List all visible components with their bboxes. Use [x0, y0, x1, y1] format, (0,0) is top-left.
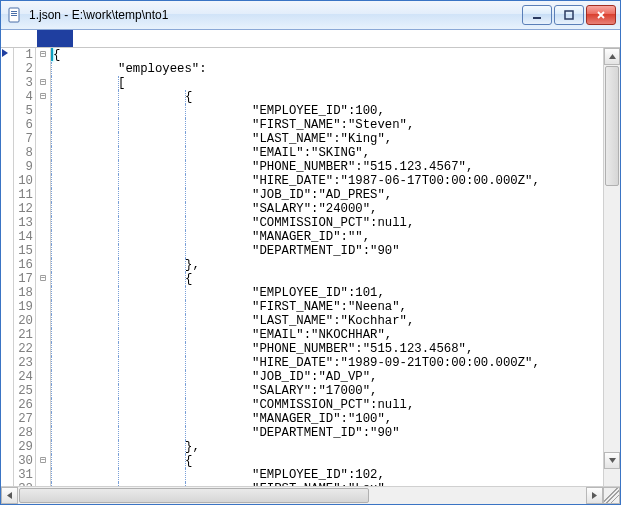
- line-number[interactable]: 29: [14, 440, 33, 454]
- code-line[interactable]: "HIRE_DATE":"1989-09-21T00:00:00.000Z",: [51, 356, 603, 370]
- code-line[interactable]: {: [51, 90, 603, 104]
- line-number[interactable]: 11: [14, 188, 33, 202]
- fold-toggle-icon[interactable]: ⊟: [36, 272, 50, 286]
- line-number[interactable]: 12: [14, 202, 33, 216]
- bookmark-margin[interactable]: [1, 48, 14, 486]
- line-number[interactable]: 19: [14, 300, 33, 314]
- code-line[interactable]: "PHONE_NUMBER":"515.123.4568",: [51, 342, 603, 356]
- line-number[interactable]: 24: [14, 370, 33, 384]
- line-number[interactable]: 8: [14, 146, 33, 160]
- code-line[interactable]: "FIRST_NAME":"Steven",: [51, 118, 603, 132]
- code-line[interactable]: "EMPLOYEE_ID":102,: [51, 468, 603, 482]
- line-number[interactable]: 26: [14, 398, 33, 412]
- code-line[interactable]: "MANAGER_ID":"",: [51, 230, 603, 244]
- code-line[interactable]: "JOB_ID":"AD_PRES",: [51, 188, 603, 202]
- line-number[interactable]: 10: [14, 174, 33, 188]
- code-line[interactable]: "DEPARTMENT_ID":"90": [51, 426, 603, 440]
- line-number[interactable]: 1: [14, 48, 33, 62]
- line-number[interactable]: 21: [14, 328, 33, 342]
- line-number[interactable]: 23: [14, 356, 33, 370]
- line-number[interactable]: 22: [14, 342, 33, 356]
- line-number[interactable]: 4: [14, 90, 33, 104]
- code-text: "LAST_NAME":"Kochhar",: [51, 314, 414, 328]
- code-line[interactable]: "FIRST NAME":"Lex",: [51, 482, 603, 486]
- scroll-left-button[interactable]: [1, 487, 18, 504]
- line-number[interactable]: 7: [14, 132, 33, 146]
- code-line[interactable]: "HIRE_DATE":"1987-06-17T00:00:00.000Z",: [51, 174, 603, 188]
- line-number[interactable]: 16: [14, 258, 33, 272]
- line-number[interactable]: 5: [14, 104, 33, 118]
- fold-spacer: [36, 146, 50, 160]
- code-line[interactable]: "DEPARTMENT_ID":"90": [51, 244, 603, 258]
- close-button[interactable]: [586, 5, 616, 25]
- line-number[interactable]: 17: [14, 272, 33, 286]
- line-number-gutter[interactable]: 1234567891011121314151617181920212223242…: [14, 48, 36, 486]
- code-line[interactable]: "COMMISSION_PCT":null,: [51, 398, 603, 412]
- minimize-button[interactable]: [522, 5, 552, 25]
- code-line[interactable]: "LAST_NAME":"Kochhar",: [51, 314, 603, 328]
- code-line[interactable]: "SALARY":"17000",: [51, 384, 603, 398]
- line-number[interactable]: 13: [14, 216, 33, 230]
- code-line[interactable]: },: [51, 258, 603, 272]
- code-line[interactable]: {: [51, 272, 603, 286]
- line-number[interactable]: 27: [14, 412, 33, 426]
- code-line[interactable]: "MANAGER_ID":"100",: [51, 412, 603, 426]
- horizontal-scroll-track[interactable]: [18, 487, 586, 504]
- resize-grip[interactable]: [603, 487, 620, 504]
- code-line[interactable]: "COMMISSION_PCT":null,: [51, 216, 603, 230]
- code-area[interactable]: {"employees":[{"EMPLOYEE_ID":100,"FIRST_…: [51, 48, 603, 486]
- code-line[interactable]: "employees":: [51, 62, 603, 76]
- code-line[interactable]: [: [51, 76, 603, 90]
- fold-spacer: [36, 216, 50, 230]
- code-line[interactable]: "EMPLOYEE_ID":100,: [51, 104, 603, 118]
- editor-window: 1.json - E:\work\temp\nto1 -+----1----+-…: [0, 0, 621, 505]
- code-line[interactable]: "JOB_ID":"AD_VP",: [51, 370, 603, 384]
- line-number[interactable]: 2: [14, 62, 33, 76]
- line-number[interactable]: 31: [14, 468, 33, 482]
- line-number[interactable]: 14: [14, 230, 33, 244]
- line-number[interactable]: 20: [14, 314, 33, 328]
- horizontal-scroll-thumb[interactable]: [19, 488, 369, 503]
- code-line[interactable]: "SALARY":"24000",: [51, 202, 603, 216]
- code-line[interactable]: "FIRST_NAME":"Neena",: [51, 300, 603, 314]
- line-number[interactable]: 18: [14, 286, 33, 300]
- code-text: [: [51, 76, 125, 90]
- titlebar[interactable]: 1.json - E:\work\temp\nto1: [1, 1, 620, 30]
- code-text: "COMMISSION_PCT":null,: [51, 398, 414, 412]
- code-line[interactable]: "EMPLOYEE_ID":101,: [51, 286, 603, 300]
- vertical-scroll-thumb[interactable]: [605, 66, 619, 186]
- line-number[interactable]: 30: [14, 454, 33, 468]
- column-ruler[interactable]: -+----1----+----2----+----3----+----4---…: [1, 30, 620, 48]
- code-line[interactable]: "LAST_NAME":"King",: [51, 132, 603, 146]
- svg-rect-2: [11, 13, 17, 14]
- line-number[interactable]: 15: [14, 244, 33, 258]
- code-line[interactable]: "EMAIL":"NKOCHHAR",: [51, 328, 603, 342]
- fold-toggle-icon[interactable]: ⊟: [36, 48, 50, 62]
- maximize-button[interactable]: [554, 5, 584, 25]
- line-number[interactable]: 25: [14, 384, 33, 398]
- scroll-up-button[interactable]: [604, 48, 620, 65]
- fold-toggle-icon[interactable]: ⊟: [36, 454, 50, 468]
- code-line[interactable]: "PHONE_NUMBER":"515.123.4567",: [51, 160, 603, 174]
- fold-spacer: [36, 440, 50, 454]
- code-line[interactable]: "EMAIL":"SKING",: [51, 146, 603, 160]
- horizontal-scrollbar[interactable]: [1, 486, 620, 504]
- code-line[interactable]: },: [51, 440, 603, 454]
- scroll-right-button[interactable]: [586, 487, 603, 504]
- line-number[interactable]: 9: [14, 160, 33, 174]
- line-number[interactable]: 28: [14, 426, 33, 440]
- code-line[interactable]: {: [51, 454, 603, 468]
- fold-spacer: [36, 160, 50, 174]
- fold-toggle-icon[interactable]: ⊟: [36, 76, 50, 90]
- line-number[interactable]: 6: [14, 118, 33, 132]
- fold-spacer: [36, 468, 50, 482]
- line-number[interactable]: 3: [14, 76, 33, 90]
- fold-gutter[interactable]: ⊟⊟⊟⊟⊟: [36, 48, 51, 486]
- current-line-arrow-icon: [2, 49, 8, 57]
- code-text: "MANAGER_ID":"",: [51, 230, 370, 244]
- code-line[interactable]: {: [51, 48, 603, 62]
- fold-toggle-icon[interactable]: ⊟: [36, 90, 50, 104]
- vertical-scrollbar[interactable]: [603, 48, 620, 486]
- fold-spacer: [36, 384, 50, 398]
- scroll-down-button[interactable]: [604, 452, 620, 469]
